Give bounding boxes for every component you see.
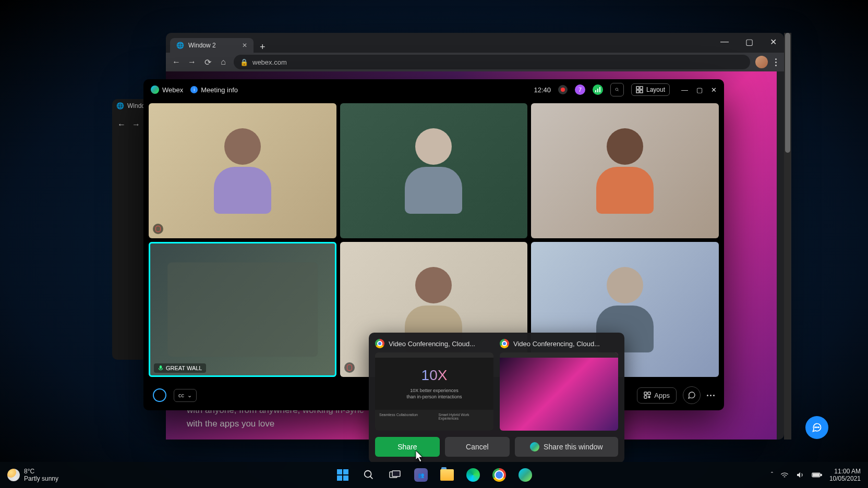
thumb-subtitle: 10X better experiences than in-person in… — [375, 388, 493, 400]
teams-icon[interactable]: 👥 — [411, 465, 431, 485]
new-tab-button[interactable]: + — [254, 42, 272, 53]
home-button[interactable]: ⌂ — [218, 57, 228, 67]
chat-fab[interactable] — [805, 416, 828, 439]
meeting-info-label: Meeting info — [201, 86, 238, 94]
share-option-2[interactable]: Video Conferencing, Cloud... — [500, 339, 618, 431]
forward-icon[interactable]: → — [132, 120, 140, 129]
webex-taskbar-icon[interactable] — [515, 465, 536, 485]
share-this-window-button[interactable]: Share this window — [515, 437, 618, 457]
chrome-icon — [500, 339, 509, 348]
svg-line-4 — [618, 90, 619, 91]
minimize-icon[interactable]: — — [681, 86, 688, 94]
cc-icon: cc — [178, 392, 184, 398]
search-button[interactable] — [358, 465, 379, 485]
weather-condition: Partly sunny — [24, 475, 58, 482]
participant-count-badge[interactable]: 7 — [575, 84, 585, 95]
scrollbar[interactable] — [784, 33, 791, 440]
bg-tab-title: Windo — [127, 102, 145, 109]
svg-line-21 — [370, 477, 373, 479]
thumb-footer-1: Seamless Collaboration — [375, 410, 435, 431]
back-button[interactable]: ← — [171, 57, 182, 67]
bg-tab: 🌐 Windo — [116, 102, 145, 109]
maximize-icon[interactable]: ▢ — [741, 35, 757, 49]
webex-logo: Webex — [151, 86, 183, 94]
file-explorer-icon[interactable] — [437, 465, 457, 485]
muted-icon — [153, 224, 163, 234]
record-icon[interactable] — [558, 85, 568, 94]
maximize-icon[interactable]: ▢ — [696, 86, 703, 94]
chat-button[interactable] — [683, 386, 701, 404]
svg-point-3 — [616, 88, 618, 91]
video-tile[interactable] — [149, 103, 336, 238]
share-option-title: Video Conferencing, Cloud... — [513, 340, 600, 348]
browser-tab[interactable]: 🌐 Window 2 ✕ — [170, 38, 254, 53]
share-thumbnail: 10X 10X better experiences than in-perso… — [375, 352, 493, 431]
reload-button[interactable]: ⟳ — [202, 57, 213, 67]
webex-window-controls: — ▢ ✕ — [681, 86, 717, 94]
meeting-info-button[interactable]: i Meeting info — [190, 86, 238, 94]
wifi-icon[interactable] — [780, 471, 789, 479]
volume-icon[interactable] — [796, 471, 804, 479]
meeting-time: 12:40 — [534, 86, 551, 94]
apps-label: Apps — [654, 392, 670, 399]
thumb-headline: 10X — [421, 367, 448, 384]
participant-video — [167, 262, 318, 357]
info-icon: i — [190, 86, 198, 93]
webex-app-name: Webex — [162, 86, 183, 94]
start-button[interactable] — [332, 465, 353, 485]
address-bar: ← → ⟳ ⌂ 🔒 webex.com — [166, 53, 784, 71]
battery-icon[interactable] — [812, 471, 822, 479]
layout-button[interactable]: Layout — [631, 83, 670, 96]
browser-menu-icon[interactable] — [773, 56, 779, 68]
page-line2: with the apps you love — [187, 417, 385, 431]
svg-point-18 — [816, 427, 817, 428]
tab-title: Window 2 — [188, 42, 216, 49]
svg-rect-11 — [644, 392, 647, 395]
share-button[interactable]: Share — [375, 437, 440, 457]
video-tile[interactable] — [340, 103, 528, 238]
close-icon[interactable]: ✕ — [766, 35, 781, 49]
clock[interactable]: 11:00 AM 10/05/2021 — [829, 468, 861, 483]
svg-rect-8 — [640, 90, 643, 93]
mouse-cursor — [416, 450, 425, 465]
webex-header: Webex i Meeting info 12:40 7 Layout — ▢ … — [143, 79, 724, 100]
video-tile-active[interactable]: GREAT WALL — [149, 242, 336, 377]
participant-video — [214, 128, 271, 214]
svg-point-20 — [365, 471, 371, 478]
clock-time: 11:00 AM — [829, 468, 861, 475]
webex-logo-icon — [151, 86, 159, 94]
apps-button[interactable]: Apps — [637, 387, 677, 404]
svg-rect-23 — [392, 471, 400, 477]
tab-bar: 🌐 Window 2 ✕ + — ▢ ✕ — [166, 33, 784, 53]
svg-rect-6 — [640, 87, 643, 89]
back-icon[interactable]: ← — [117, 120, 126, 129]
globe-icon: 🌐 — [176, 42, 184, 49]
zoom-button[interactable] — [610, 83, 624, 96]
assistant-icon[interactable] — [153, 388, 166, 402]
share-thumbnail — [500, 352, 618, 431]
more-options-icon[interactable] — [707, 395, 715, 396]
weather-icon — [7, 469, 20, 481]
tray-expand-icon[interactable]: ˆ — [771, 471, 773, 479]
svg-rect-0 — [595, 90, 596, 92]
edge-icon[interactable] — [463, 465, 484, 485]
video-tile[interactable] — [531, 103, 719, 238]
url-input[interactable]: 🔒 webex.com — [234, 55, 750, 69]
task-view-button[interactable] — [384, 465, 405, 485]
svg-point-17 — [815, 427, 816, 428]
captions-button[interactable]: cc ⌄ — [174, 389, 197, 402]
thumb-footer-2: Smart Hybrid Work Experiences — [435, 410, 494, 431]
forward-button[interactable]: → — [187, 57, 197, 67]
taskbar: 8°C Partly sunny 👥 ˆ 11:00 AM 10/05/2021 — [0, 462, 868, 488]
close-icon[interactable]: ✕ — [711, 86, 717, 94]
lock-icon: 🔒 — [240, 58, 248, 66]
weather-widget[interactable]: 8°C Partly sunny — [7, 468, 58, 483]
share-option-1[interactable]: Video Conferencing, Cloud... 10X 10X bet… — [375, 339, 493, 431]
chrome-taskbar-icon[interactable] — [489, 465, 510, 485]
minimize-icon[interactable]: — — [716, 35, 733, 49]
svg-rect-1 — [597, 89, 598, 92]
cancel-button[interactable]: Cancel — [445, 437, 510, 457]
svg-point-19 — [818, 427, 819, 428]
close-tab-icon[interactable]: ✕ — [242, 42, 247, 49]
profile-avatar[interactable] — [755, 56, 768, 68]
